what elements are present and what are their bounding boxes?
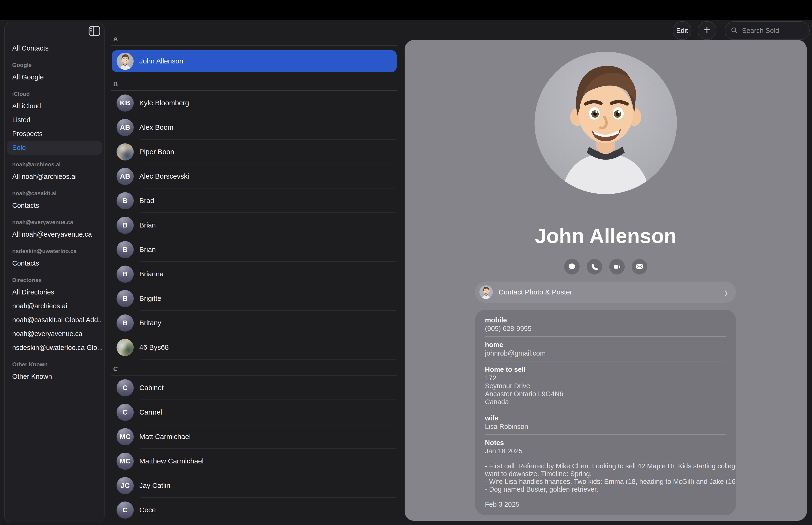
photo-poster-label: Contact Photo & Poster	[499, 288, 572, 296]
field-value[interactable]: johnrob@gmail.com	[485, 349, 726, 357]
contact-row-britany[interactable]: BBritany	[112, 311, 397, 335]
notes-line	[485, 493, 726, 500]
contact-photo-poster-row[interactable]: Contact Photo & Poster ›	[475, 282, 736, 303]
sidebar-item-noah-casakit-ai-global-add[interactable]: noah@casakit.ai Global Add...	[7, 313, 102, 327]
notes-section: Notes Jan 18 2025- First call. Referred …	[485, 438, 726, 515]
initials-avatar: C	[117, 501, 134, 519]
contact-row-piper-boon[interactable]: Piper Boon	[112, 139, 397, 164]
notes-body[interactable]: Jan 18 2025- First call. Referred by Mik…	[485, 447, 726, 515]
menu-bar-strip	[0, 0, 812, 20]
facetime-button[interactable]	[609, 259, 625, 274]
contact-row-jay-catlin[interactable]: JCJay Catlin	[112, 473, 397, 498]
chevron-right-icon: ›	[724, 285, 728, 299]
sidebar-section-header-directories: Directories	[7, 270, 102, 285]
initials-avatar: B	[117, 217, 134, 234]
initials-avatar: MC	[117, 428, 134, 445]
contact-name: Jay Catlin	[139, 481, 170, 490]
sidebar-item-all-directories[interactable]: All Directories	[7, 285, 102, 299]
sidebar-item-noah-everyavenue-ca[interactable]: noah@everyavenue.ca	[7, 327, 102, 341]
sidebar-section-header-noah-casakit-ai: noah@casakit.ai	[7, 183, 102, 198]
section-header-c: C	[106, 360, 399, 375]
contact-row-cabinet[interactable]: CCabinet	[112, 376, 397, 400]
contact-name: Cabinet	[139, 384, 164, 392]
contact-list-panel: AJohn AllensonBKBKyle BloombergABAlex Bo…	[106, 20, 399, 525]
field-value[interactable]: Canada	[485, 398, 726, 406]
sidebar-item-contacts[interactable]: Contacts	[7, 256, 102, 270]
initials-avatar: B	[117, 266, 134, 283]
search-input[interactable]	[741, 27, 803, 35]
section-divider	[111, 45, 397, 46]
field-label: Home to sell	[485, 365, 726, 374]
contact-name: Brad	[139, 197, 154, 205]
contact-row-brian[interactable]: BBrian	[112, 213, 397, 237]
contact-row-brianna[interactable]: BBrianna	[112, 262, 397, 286]
edit-button[interactable]: Edit	[673, 21, 691, 40]
field-divider	[485, 410, 726, 410]
contact-row-item[interactable]: C	[112, 522, 397, 525]
sidebar-item-all-google[interactable]: All Google	[7, 70, 102, 84]
field-value[interactable]: 172	[485, 374, 726, 382]
field-value[interactable]: Lisa Robinson	[485, 422, 726, 431]
photo-avatar	[117, 144, 134, 161]
sidebar-item-all-noah-archieos-ai[interactable]: All noah@archieos.ai	[7, 170, 102, 183]
sidebar-item-all-noah-everyavenue-ca[interactable]: All noah@everyavenue.ca	[7, 227, 102, 241]
initials-avatar: AB	[117, 168, 134, 185]
notes-line: want to downsize. Timeline: Spring.	[485, 470, 726, 478]
contact-row-alec-borscevski[interactable]: ABAlec Borscevski	[112, 164, 397, 189]
sidebar-item-sold[interactable]: Sold	[7, 141, 102, 155]
sidebar-section-header-noah-everyavenue-ca: noah@everyavenue.ca	[7, 212, 102, 227]
contact-row-kyle-bloomberg[interactable]: KBKyle Bloomberg	[112, 91, 397, 115]
sidebar-item-all-icloud[interactable]: All iCloud	[7, 99, 102, 113]
search-icon	[731, 27, 738, 34]
field-label: home	[485, 341, 726, 349]
initials-avatar: MC	[117, 453, 134, 470]
contact-row-46-bys68[interactable]: 46 Bys68	[112, 335, 397, 360]
contact-name: 46 Bys68	[139, 343, 169, 351]
contact-row-brigitte[interactable]: BBrigitte	[112, 286, 397, 311]
field-label: wife	[485, 414, 726, 422]
video-icon	[613, 262, 621, 271]
contact-row-brad[interactable]: BBrad	[112, 189, 397, 213]
sidebar-item-nsdeskin-uwaterloo-ca-glo[interactable]: nsdeskin@uwaterloo.ca Glo...	[7, 341, 102, 355]
sidebar-section-header-nsdeskin-uwaterloo-ca: nsdeskin@uwaterloo.ca	[7, 241, 102, 256]
contact-row-matthew-carmichael[interactable]: MCMatthew Carmichael	[112, 449, 397, 473]
field-mobile: mobile(905) 628-9955	[485, 316, 726, 332]
memoji-avatar	[117, 52, 134, 70]
field-home-to-sell: Home to sell172Seymour DriveAncaster Ont…	[485, 365, 726, 406]
contact-row-carmel[interactable]: CCarmel	[112, 400, 397, 424]
field-value[interactable]: Ancaster Ontario L9G4N6	[485, 390, 726, 398]
sidebar-item-prospects[interactable]: Prospects	[7, 127, 102, 141]
field-divider	[485, 434, 726, 435]
contact-fields-card: mobile(905) 628-9955homejohnrob@gmail.co…	[475, 310, 736, 515]
contact-row-cece[interactable]: CCece	[112, 498, 397, 522]
field-divider	[485, 336, 726, 337]
contact-list: AJohn AllensonBKBKyle BloombergABAlex Bo…	[106, 30, 399, 525]
contact-row-alex-boom[interactable]: ABAlex Boom	[112, 115, 397, 139]
sidebar-item-contacts[interactable]: Contacts	[7, 198, 102, 212]
sidebar-item-noah-archieos-ai[interactable]: noah@archieos.ai	[7, 299, 102, 313]
contact-name: Alex Boom	[139, 123, 173, 131]
field-value[interactable]: Seymour Drive	[485, 382, 726, 390]
contact-name: Cece	[139, 506, 156, 514]
field-value[interactable]: (905) 628-9955	[485, 325, 726, 332]
call-button[interactable]	[587, 259, 602, 274]
sidebar-item-listed[interactable]: Listed	[7, 113, 102, 127]
sidebar-toggle-icon[interactable]	[89, 26, 100, 36]
section-header-b: B	[106, 75, 399, 90]
field-wife: wifeLisa Robinson	[485, 414, 726, 431]
contact-row-john-allenson[interactable]: John Allenson	[112, 50, 397, 72]
contact-row-matt-carmichael[interactable]: MCMatt Carmichael	[112, 424, 397, 449]
sidebar-section-header-icloud: iCloud	[7, 84, 102, 99]
add-contact-button[interactable]: +	[698, 21, 716, 40]
contact-row-brian[interactable]: BBrian	[112, 237, 397, 262]
contact-detail-panel: John Allenson Contact	[404, 40, 807, 521]
search-field[interactable]	[724, 21, 810, 40]
notes-line: - Wife Lisa handles finances. Two kids: …	[485, 478, 726, 485]
message-button[interactable]	[564, 259, 580, 274]
sidebar-item-other-known[interactable]: Other Known	[7, 370, 102, 384]
section-header-a: A	[106, 30, 399, 45]
initials-avatar: JC	[117, 477, 134, 494]
sidebar-item-all-contacts[interactable]: All Contacts	[7, 41, 102, 55]
initials-avatar: B	[117, 290, 134, 307]
mail-button[interactable]	[632, 259, 647, 274]
